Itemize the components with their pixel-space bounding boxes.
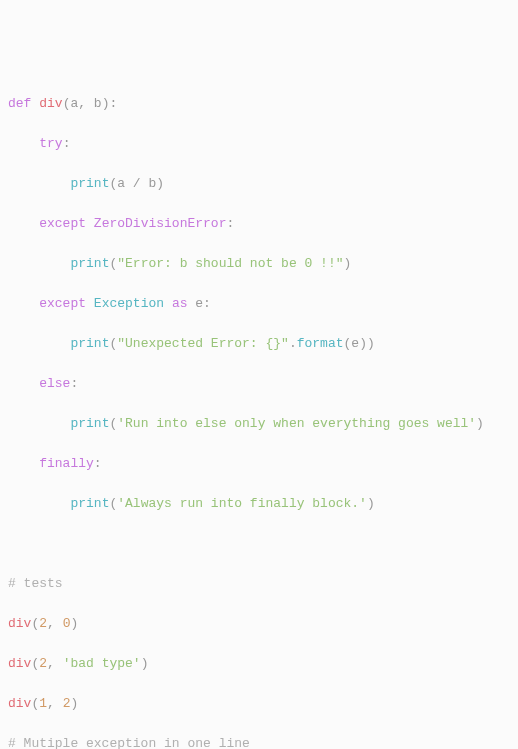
code-line: try: xyxy=(8,134,510,154)
code-line: div(1, 2) xyxy=(8,694,510,714)
code-line: def div(a, b): xyxy=(8,94,510,114)
code-line: except ZeroDivisionError: xyxy=(8,214,510,234)
comment-line: # Mutiple exception in one line xyxy=(8,734,510,749)
code-line: else: xyxy=(8,374,510,394)
code-line: print("Error: b should not be 0 !!") xyxy=(8,254,510,274)
code-line: print('Run into else only when everythin… xyxy=(8,414,510,434)
code-line: print(a / b) xyxy=(8,174,510,194)
code-line: div(2, 0) xyxy=(8,614,510,634)
kw-def: def xyxy=(8,96,31,111)
code-line: finally: xyxy=(8,454,510,474)
code-line: print('Always run into finally block.') xyxy=(8,494,510,514)
code-line: except Exception as e: xyxy=(8,294,510,314)
code-line: print("Unexpected Error: {}".format(e)) xyxy=(8,334,510,354)
code-line: div(2, 'bad type') xyxy=(8,654,510,674)
comment-line: # tests xyxy=(8,574,510,594)
blank-line xyxy=(8,534,510,554)
fn-name: div xyxy=(39,96,62,111)
